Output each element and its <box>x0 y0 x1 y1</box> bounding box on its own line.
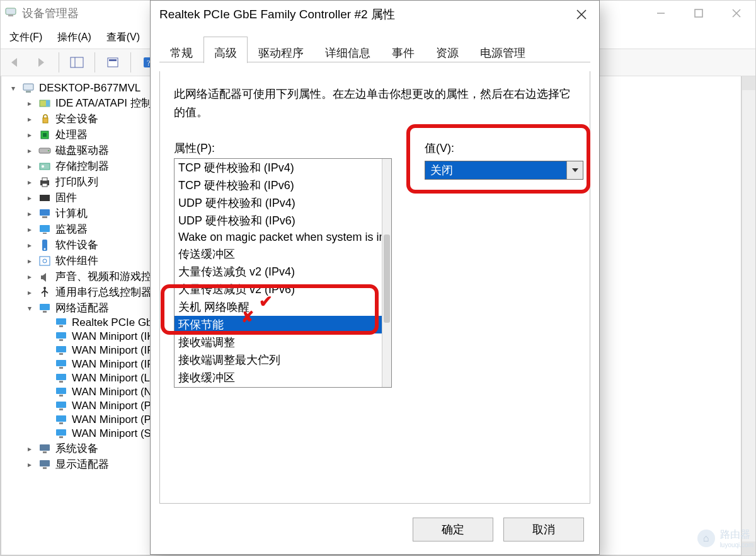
sec-icon <box>38 113 52 125</box>
expander-icon[interactable]: ▸ <box>25 194 34 202</box>
expander-icon[interactable]: ▸ <box>25 146 34 155</box>
tree-node-label: 网络适配器 <box>55 301 109 315</box>
back-button[interactable] <box>3 52 26 72</box>
separator <box>130 52 131 72</box>
forward-button[interactable] <box>30 52 52 72</box>
property-item[interactable]: 节能乙太网路 <box>175 386 382 387</box>
ok-button[interactable]: 确定 <box>413 518 493 542</box>
tab-事件[interactable]: 事件 <box>381 37 425 63</box>
svg-rect-48 <box>56 374 66 380</box>
maximize-button[interactable] <box>680 1 718 26</box>
tab-驱动程序[interactable]: 驱动程序 <box>248 37 314 63</box>
menu-view[interactable]: 查看(V) <box>106 31 140 44</box>
property-item[interactable]: 环保节能 <box>175 316 382 333</box>
tree-node-label: 显示适配器 <box>55 457 109 472</box>
property-item[interactable]: Wake on magic packet when system is in t… <box>175 229 382 245</box>
svg-rect-30 <box>42 216 47 218</box>
property-item[interactable]: 大量传送减负 v2 (IPv6) <box>175 281 382 298</box>
netleaf-icon <box>54 330 68 343</box>
tab-panel-advanced: 此网络适配器可使用下列属性。在左边单击你想更改的属性，然后在右边选择它的值。 属… <box>159 71 590 504</box>
svg-rect-32 <box>43 233 47 234</box>
svg-rect-15 <box>26 91 31 93</box>
svg-rect-52 <box>56 402 66 408</box>
svg-point-34 <box>44 248 46 250</box>
tree-node-label: WAN Miniport (IP) <box>72 344 158 357</box>
minimize-button[interactable] <box>642 1 680 26</box>
swdev-icon <box>38 239 52 252</box>
value-select[interactable]: 关闭 <box>425 161 583 180</box>
expander-icon[interactable]: ▾ <box>25 304 34 313</box>
expander-icon[interactable]: ▸ <box>25 178 34 187</box>
svg-rect-46 <box>56 360 66 366</box>
window-title: 设备管理器 <box>22 6 79 21</box>
expander-icon[interactable]: ▸ <box>25 115 34 124</box>
expander-icon[interactable]: ▸ <box>25 130 34 139</box>
value-label: 值(V): <box>425 141 590 156</box>
expander-icon[interactable]: ▸ <box>25 444 34 453</box>
expander-icon[interactable]: ▸ <box>25 99 34 108</box>
cpu-icon <box>38 129 52 141</box>
swcomp-icon <box>38 255 52 267</box>
property-listbox[interactable]: TCP 硬件校验和 (IPv4)TCP 硬件校验和 (IPv6)UDP 硬件校验… <box>174 158 392 388</box>
expander-icon[interactable]: ▸ <box>25 272 34 281</box>
description-text: 此网络适配器可使用下列属性。在左边单击你想更改的属性，然后在右边选择它的值。 <box>174 85 576 122</box>
property-item[interactable]: 大量传送减负 v2 (IPv4) <box>175 263 382 281</box>
scrollbar[interactable] <box>742 76 755 555</box>
chevron-down-icon[interactable] <box>566 161 583 179</box>
property-item[interactable]: 接收端调整最大伫列 <box>175 351 382 369</box>
expander-icon[interactable]: ▾ <box>9 84 18 93</box>
tree-node-label: 监视器 <box>55 222 88 236</box>
expander-icon[interactable]: ▸ <box>25 241 34 250</box>
tab-高级[interactable]: 高级 <box>203 37 248 63</box>
listbox-scrollbar[interactable] <box>382 159 391 387</box>
expander-icon[interactable]: ▸ <box>25 209 34 218</box>
close-icon[interactable] <box>564 1 599 28</box>
svg-rect-50 <box>56 388 66 394</box>
property-item[interactable]: UDP 硬件校验和 (IPv4) <box>175 194 382 212</box>
storage-icon <box>38 160 52 173</box>
expander-icon[interactable]: ▸ <box>25 460 34 469</box>
toolbar-properties-icon[interactable] <box>101 52 124 72</box>
property-item[interactable]: 接收缓冲区 <box>175 369 382 386</box>
property-item[interactable]: 传送缓冲区 <box>175 245 382 263</box>
tab-资源[interactable]: 资源 <box>425 37 469 63</box>
svg-rect-61 <box>43 467 47 469</box>
svg-rect-51 <box>59 395 63 397</box>
sysdev-icon <box>38 443 52 455</box>
property-item[interactable]: TCP 硬件校验和 (IPv6) <box>175 177 382 194</box>
menu-file[interactable]: 文件(F) <box>9 31 42 44</box>
svg-rect-20 <box>43 133 47 137</box>
svg-rect-29 <box>40 209 50 216</box>
property-item[interactable]: 关机 网络唤醒 <box>175 298 382 316</box>
firmware-icon <box>38 192 52 204</box>
net-icon <box>38 302 52 315</box>
tree-node-label: 磁盘驱动器 <box>55 143 109 158</box>
watermark: ⌂ 路由器 luyouqi.com <box>697 528 753 548</box>
property-item[interactable]: TCP 硬件校验和 (IPv4) <box>175 159 382 177</box>
expander-icon[interactable]: ▸ <box>25 288 34 297</box>
property-item[interactable]: 接收端调整 <box>175 333 382 351</box>
value-selected: 关闭 <box>425 161 566 179</box>
netleaf-icon <box>54 427 68 440</box>
tree-node-label: 固件 <box>55 190 77 205</box>
close-button[interactable] <box>718 1 755 26</box>
expander-icon[interactable]: ▸ <box>25 225 34 234</box>
svg-rect-26 <box>42 178 47 181</box>
cancel-button[interactable]: 取消 <box>503 518 584 542</box>
svg-rect-47 <box>59 367 63 369</box>
tab-电源管理[interactable]: 电源管理 <box>469 37 536 63</box>
expander-icon[interactable]: ▸ <box>25 162 34 171</box>
expander-icon[interactable]: ▸ <box>25 257 34 265</box>
tab-strip: 常规高级驱动程序详细信息事件资源电源管理 <box>159 36 590 62</box>
tab-常规[interactable]: 常规 <box>159 37 203 63</box>
svg-rect-41 <box>59 325 63 327</box>
tree-node-label: 打印队列 <box>55 175 98 189</box>
tree-node-label: 存储控制器 <box>55 159 109 173</box>
tree-node-label: 系统设备 <box>55 441 98 456</box>
tab-详细信息[interactable]: 详细信息 <box>314 37 381 63</box>
tree-node-label: IDE ATA/ATAPI 控制器 <box>55 96 163 110</box>
menu-action[interactable]: 操作(A) <box>57 31 91 44</box>
property-item[interactable]: UDP 硬件校验和 (IPv6) <box>175 212 382 229</box>
toolbar-layout-icon[interactable] <box>66 52 88 72</box>
properties-dialog: Realtek PCIe GbE Family Controller #2 属性… <box>150 0 600 555</box>
